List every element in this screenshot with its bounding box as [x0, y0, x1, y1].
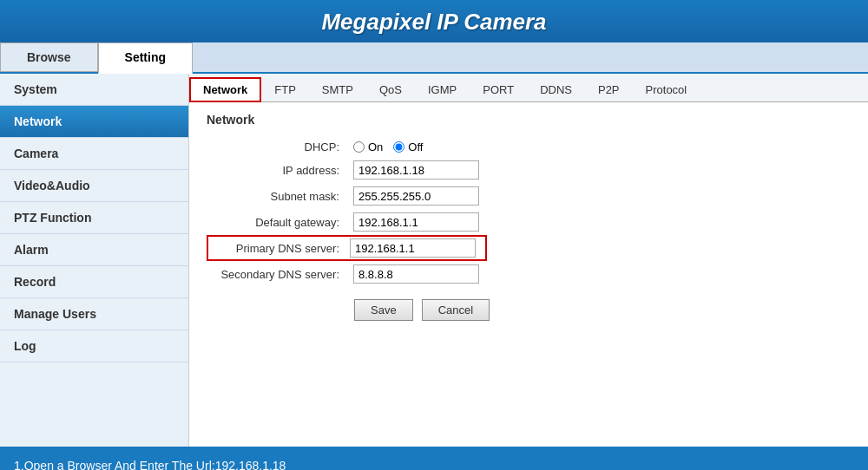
cancel-button[interactable]: Cancel	[422, 299, 490, 321]
subtab-ddns[interactable]: DDNS	[527, 78, 585, 101]
dhcp-row: DHCP: On Off	[207, 137, 486, 157]
bottom-line1: 1.Open a Browser And Enter The Url:192.1…	[14, 455, 854, 470]
dhcp-off-radio[interactable]	[393, 141, 404, 153]
main-tab-row: Browse Setting	[0, 42, 868, 74]
primary-dns-label: Primary DNS server:	[207, 236, 346, 260]
subnet-label: Subnet mask:	[207, 183, 346, 209]
ip-input[interactable]	[353, 160, 479, 180]
sidebar-item-camera[interactable]: Camera	[0, 138, 188, 170]
button-row: Save Cancel	[207, 299, 851, 321]
subtab-smtp[interactable]: SMTP	[309, 78, 366, 101]
section-title: Network	[207, 113, 851, 127]
main-layout: System Network Camera Video&Audio PTZ Fu…	[0, 74, 868, 447]
sidebar-item-alarm[interactable]: Alarm	[0, 234, 188, 266]
dhcp-label: DHCP:	[207, 137, 346, 157]
ip-value-cell	[346, 157, 486, 183]
subnet-value-cell	[346, 183, 486, 209]
gateway-row: Default gateway:	[207, 209, 486, 236]
header: Megapixel IP Camera	[0, 0, 868, 42]
secondary-dns-row: Secondary DNS server:	[207, 260, 486, 287]
gateway-value-cell	[346, 209, 486, 236]
ip-label: IP address:	[207, 157, 346, 183]
sidebar-item-system[interactable]: System	[0, 74, 188, 106]
subnet-input[interactable]	[353, 186, 479, 206]
sidebar-item-record[interactable]: Record	[0, 266, 188, 298]
page-title: Megapixel IP Camera	[0, 9, 868, 36]
dhcp-on-label[interactable]: On	[353, 140, 383, 153]
primary-dns-row: Primary DNS server:	[207, 236, 486, 260]
subnet-row: Subnet mask:	[207, 183, 486, 209]
subtab-protocol[interactable]: Protocol	[633, 78, 700, 101]
sidebar-item-network[interactable]: Network	[0, 106, 188, 138]
subtab-nav: Network FTP SMTP QoS IGMP PORT DDNS P2P …	[189, 74, 868, 102]
secondary-dns-label: Secondary DNS server:	[207, 260, 346, 287]
gateway-label: Default gateway:	[207, 209, 346, 236]
sidebar-item-videoaudio[interactable]: Video&Audio	[0, 170, 188, 202]
subtab-network[interactable]: Network	[189, 77, 261, 102]
gateway-input[interactable]	[353, 212, 479, 232]
subtab-p2p[interactable]: P2P	[585, 78, 633, 101]
sidebar: System Network Camera Video&Audio PTZ Fu…	[0, 74, 189, 447]
tab-setting[interactable]: Setting	[98, 42, 193, 74]
subtab-qos[interactable]: QoS	[366, 78, 415, 101]
secondary-dns-input[interactable]	[353, 264, 479, 284]
subtab-igmp[interactable]: IGMP	[415, 78, 470, 101]
dhcp-on-radio[interactable]	[353, 141, 365, 153]
subtab-port[interactable]: PORT	[470, 78, 527, 101]
network-form: DHCP: On Off	[207, 137, 487, 287]
dhcp-value-cell: On Off	[346, 137, 486, 157]
tab-browse[interactable]: Browse	[0, 42, 98, 72]
sidebar-item-log[interactable]: Log	[0, 330, 188, 362]
dhcp-off-label[interactable]: Off	[393, 140, 423, 153]
sidebar-item-ptz[interactable]: PTZ Function	[0, 202, 188, 234]
sidebar-item-manage-users[interactable]: Manage Users	[0, 298, 188, 330]
primary-dns-value-cell	[346, 236, 486, 260]
dhcp-radio-group: On Off	[353, 140, 479, 153]
form-area: Network DHCP: On Off	[189, 102, 868, 331]
content-area: Network FTP SMTP QoS IGMP PORT DDNS P2P …	[189, 74, 868, 447]
bottom-bar: 1.Open a Browser And Enter The Url:192.1…	[0, 447, 868, 470]
ip-row: IP address:	[207, 157, 486, 183]
primary-dns-input[interactable]	[350, 238, 476, 258]
secondary-dns-value-cell	[346, 260, 486, 287]
save-button[interactable]: Save	[354, 299, 413, 321]
subtab-ftp[interactable]: FTP	[261, 78, 309, 101]
